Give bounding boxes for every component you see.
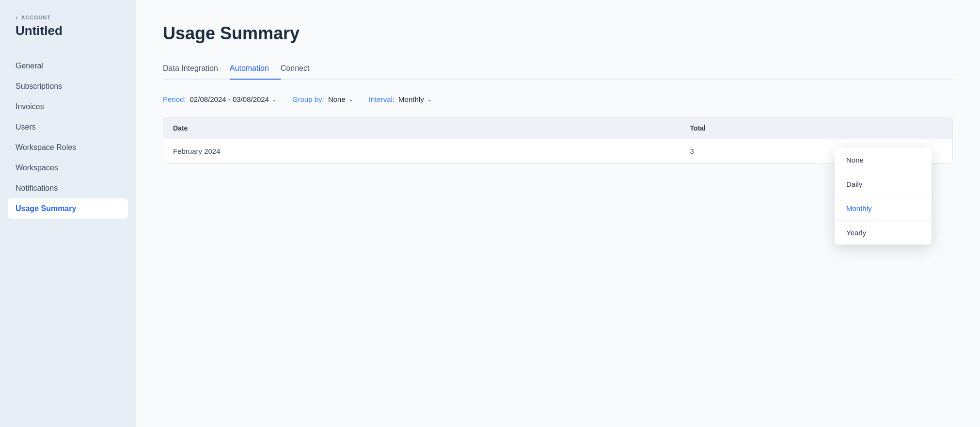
- sidebar: ‹ ACCOUNT Untitled General Subscriptions…: [0, 0, 136, 427]
- sidebar-item-workspaces[interactable]: Workspaces: [8, 158, 128, 178]
- account-label: ‹ ACCOUNT: [16, 14, 120, 21]
- cell-date: February 2024: [163, 139, 680, 164]
- tab-automation[interactable]: Automation: [230, 59, 281, 80]
- account-name: Untitled: [16, 23, 120, 38]
- interval-value[interactable]: Monthly ⌄: [398, 95, 432, 103]
- sidebar-item-users[interactable]: Users: [8, 117, 128, 137]
- table-header-row: Date Total: [163, 117, 952, 139]
- period-value[interactable]: 02/08/2024 - 03/08/2024 ⌄: [190, 95, 277, 103]
- sidebar-item-usage-summary[interactable]: Usage Summary: [8, 198, 128, 219]
- group-by-value[interactable]: None ⌄: [328, 95, 353, 103]
- col-total: Total: [680, 117, 952, 139]
- usage-table: Date Total February 2024 3: [163, 117, 952, 163]
- dropdown-item-yearly[interactable]: Yearly: [835, 221, 932, 245]
- tab-data-integration[interactable]: Data Integration: [163, 59, 230, 80]
- sidebar-item-invoices[interactable]: Invoices: [8, 97, 128, 117]
- tabs-container: Data Integration Automation Connect: [163, 59, 953, 80]
- group-by-filter: Group by: None ⌄: [292, 95, 353, 103]
- dropdown-item-monthly[interactable]: Monthly: [835, 197, 932, 221]
- interval-dropdown: None Daily Monthly Yearly: [835, 148, 932, 245]
- group-by-label: Group by:: [292, 95, 324, 103]
- page-title: Usage Summary: [163, 23, 953, 44]
- interval-filter: Interval: Monthly ⌄: [369, 95, 432, 103]
- back-icon[interactable]: ‹: [16, 14, 18, 21]
- sidebar-item-subscriptions[interactable]: Subscriptions: [8, 76, 128, 97]
- sidebar-item-general[interactable]: General: [8, 56, 128, 76]
- group-by-chevron-icon: ⌄: [348, 96, 353, 103]
- col-date: Date: [163, 117, 680, 139]
- dropdown-item-none[interactable]: None: [835, 148, 932, 172]
- table-row: February 2024 3: [163, 139, 952, 164]
- sidebar-item-workspace-roles[interactable]: Workspace Roles: [8, 137, 128, 158]
- dropdown-item-daily[interactable]: Daily: [835, 172, 932, 197]
- filters-row: Period: 02/08/2024 - 03/08/2024 ⌄ Group …: [163, 95, 953, 103]
- period-filter: Period: 02/08/2024 - 03/08/2024 ⌄: [163, 95, 277, 103]
- interval-label: Interval:: [369, 95, 395, 103]
- sidebar-item-notifications[interactable]: Notifications: [8, 178, 128, 198]
- period-chevron-icon: ⌄: [272, 96, 277, 103]
- interval-chevron-icon: ⌄: [427, 96, 432, 103]
- period-label: Period:: [163, 95, 186, 103]
- sidebar-nav: General Subscriptions Invoices Users Wor…: [0, 52, 136, 223]
- sidebar-header: ‹ ACCOUNT Untitled: [0, 14, 136, 52]
- tab-connect[interactable]: Connect: [281, 59, 321, 80]
- main-content: Usage Summary Data Integration Automatio…: [136, 0, 980, 427]
